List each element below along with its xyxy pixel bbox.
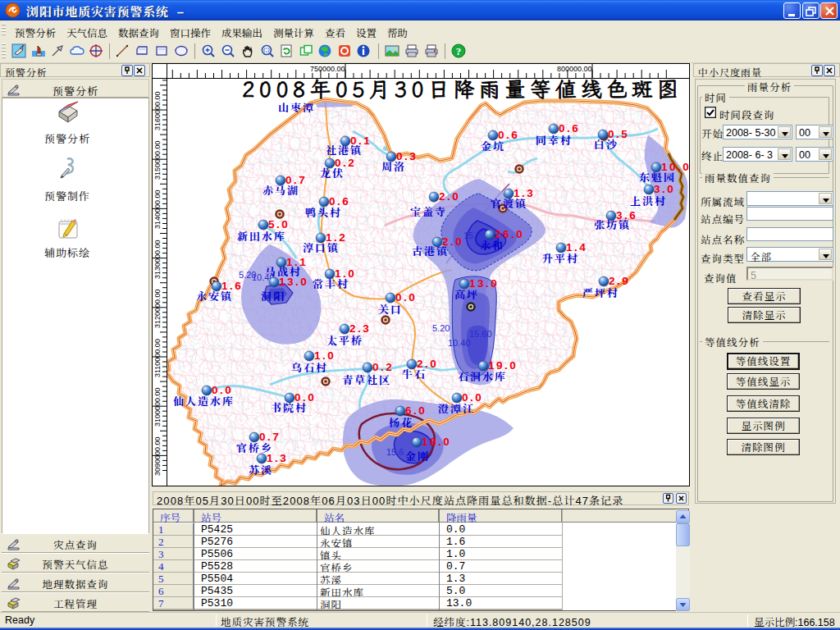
svg-text:0.6: 0.6 [329, 195, 350, 208]
svg-text:0.7: 0.7 [259, 431, 281, 443]
svg-text:0.6: 0.6 [559, 122, 580, 135]
svg-text:5.0: 5.0 [268, 218, 290, 231]
svg-text:0.2: 0.2 [372, 361, 394, 373]
svg-text:5.20: 5.20 [432, 323, 450, 333]
svg-text:1.1: 1.1 [286, 256, 308, 268]
svg-text:金刚: 金刚 [405, 448, 430, 463]
svg-text:宝盖寺: 宝盖寺 [410, 203, 447, 219]
svg-text:0.5: 0.5 [608, 128, 629, 140]
svg-text:0.0: 0.0 [294, 391, 316, 404]
svg-text:13.0: 13.0 [279, 276, 308, 288]
svg-text:18.0: 18.0 [422, 436, 451, 448]
svg-text:0.0: 0.0 [462, 391, 483, 404]
svg-text:0.2: 0.2 [335, 157, 356, 169]
svg-text:15.60: 15.60 [469, 329, 492, 339]
svg-text:1.4: 1.4 [566, 241, 587, 253]
svg-text:1.0: 1.0 [314, 349, 336, 362]
svg-text:1.0: 1.0 [335, 267, 356, 280]
svg-text:2.3: 2.3 [349, 322, 371, 335]
svg-text:15.6: 15.6 [386, 447, 404, 457]
svg-text:洞阳: 洞阳 [261, 288, 285, 304]
svg-text:青草社区: 青草社区 [342, 372, 391, 387]
svg-text:0.6: 0.6 [498, 129, 519, 141]
svg-text:2.0: 2.0 [442, 235, 463, 248]
svg-text:0.0: 0.0 [395, 291, 417, 304]
svg-text:1.2: 1.2 [326, 231, 347, 244]
svg-text:19.0: 19.0 [488, 359, 518, 372]
svg-text:10.0: 10.0 [661, 161, 689, 173]
svg-text:0.0: 0.0 [212, 384, 233, 396]
svg-text:?: ? [456, 45, 462, 57]
svg-text:3.0: 3.0 [654, 183, 675, 195]
svg-text:13.0: 13.0 [469, 277, 499, 290]
svg-text:0.3: 0.3 [396, 150, 418, 162]
svg-text:0.7: 0.7 [285, 174, 307, 186]
svg-text:26.0: 26.0 [495, 228, 524, 240]
svg-text:15: 15 [463, 231, 473, 240]
svg-text:6.0: 6.0 [405, 404, 427, 417]
svg-text:1.3: 1.3 [267, 452, 288, 464]
svg-text:2.0: 2.0 [439, 190, 460, 203]
svg-text:2.9: 2.9 [609, 275, 630, 287]
svg-text:1.3: 1.3 [514, 187, 535, 199]
svg-text:1.6: 1.6 [221, 280, 243, 292]
svg-text:10.40: 10.40 [448, 338, 471, 348]
svg-text:0.1: 0.1 [350, 135, 372, 147]
svg-text:2.0: 2.0 [417, 358, 438, 370]
svg-text:2008年05月30日降雨量等值线色斑图: 2008年05月30日降雨量等值线色斑图 [242, 79, 682, 103]
svg-text:3.6: 3.6 [616, 209, 637, 221]
